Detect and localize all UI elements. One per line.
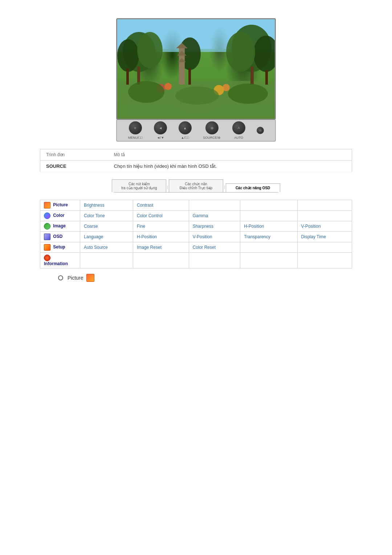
empty-cell-5 [297,211,352,221]
svg-rect-13 [188,68,191,85]
sharpness-item[interactable]: Sharpness [189,221,240,232]
source-description: Chọn tín hiệu hình (video) khi màn hình … [108,161,352,172]
power-button[interactable]: ⊙ [257,127,264,134]
color-tone-item[interactable]: Color Tone [80,211,133,221]
empty-cell-7 [297,242,352,253]
menu-button-group[interactable]: ≡ MENU/□□ [128,121,143,139]
coarse-item[interactable]: Coarse [80,221,133,232]
monitor-screen [116,18,276,120]
auto-label: AUTO [234,136,243,139]
svg-rect-6 [126,68,129,85]
vposition-image-item[interactable]: V-Position [297,221,352,232]
empty-cell-1 [189,200,240,211]
nav-label: ◄/▼ [157,136,164,139]
color-reset-item[interactable]: Color Reset [189,242,240,253]
tab-osd-functions[interactable]: Các chức năng OSD [226,183,280,192]
up-label: ▲/□□ [181,136,189,139]
menu-cell-information[interactable]: Information [40,253,80,268]
color-menu-label: Color [53,213,64,218]
svg-point-21 [222,84,230,91]
menu-cell-color[interactable]: Color [40,211,80,221]
up-button[interactable]: ▲ [179,121,192,134]
color-icon [44,212,50,219]
source-button-group[interactable]: ⊕ SOURCE/⊕ [203,121,221,139]
svg-point-3 [117,39,139,72]
image-menu-label: Image [53,223,66,228]
svg-point-23 [228,84,268,104]
nature-scene [117,19,275,119]
picture-bottom-label: Picture [58,274,370,282]
source-menu-item: SOURCE [40,161,108,172]
information-icon [44,255,50,261]
nav-button[interactable]: ◄ [154,121,167,134]
svg-point-9 [226,32,255,72]
source-label: SOURCE/⊕ [203,136,221,139]
svg-point-4 [137,32,163,68]
picture-menu-label: Picture [53,202,68,207]
hposition-image-item[interactable]: H-Position [240,221,297,232]
menu-label: MENU/□□ [128,136,143,139]
col2-header: Mô tả [108,149,352,161]
table-row: Information [40,253,352,268]
tab-direct-adjust: Các chức năn Điều chỉnh Trực tiếp [169,179,223,192]
screen-image [117,19,275,119]
svg-point-24 [175,86,219,105]
control-bar: ≡ MENU/□□ ◄ ◄/▼ ▲ ▲/□□ ⊕ SOURCE/⊕ A [116,120,276,142]
monitor-display: ≡ MENU/□□ ◄ ◄/▼ ▲ ▲/□□ ⊕ SOURCE/⊕ A [22,18,370,142]
image-reset-item[interactable]: Image Reset [133,242,189,253]
vposition-osd-item[interactable]: V-Position [189,232,240,242]
hposition-osd-item[interactable]: H-Position [133,232,189,242]
tab-navigation-diagram: Các nút kiểm tra của người sử dụng | Các… [22,179,370,193]
empty-cell-6 [240,242,297,253]
svg-point-22 [128,81,164,103]
power-button-group[interactable]: ⊙ [257,127,264,134]
table-row: Color Color Tone Color Control Gamma [40,211,352,221]
svg-point-19 [164,83,172,90]
image-icon [44,223,50,230]
auto-button[interactable]: A [232,121,245,134]
osd-icon [44,234,50,240]
empty-cell-9 [133,253,189,268]
gamma-item[interactable]: Gamma [189,211,240,221]
empty-cell-8 [80,253,133,268]
svg-rect-10 [250,66,254,85]
osd-menu-table: Picture Brightness Contrast Color Color … [40,200,352,268]
menu-button[interactable]: ≡ [129,121,142,134]
picture-icon-small [86,274,94,282]
menu-cell-setup[interactable]: Setup [40,242,80,253]
brightness-item[interactable]: Brightness [80,200,133,211]
menu-cell-picture[interactable]: Picture [40,200,80,211]
empty-cell-4 [240,211,297,221]
setup-icon [44,244,50,251]
empty-cell-2 [240,200,297,211]
empty-cell-10 [189,253,240,268]
auto-button-group[interactable]: A AUTO [232,121,245,139]
tab-bottom-border [114,192,278,193]
table-row: Picture Brightness Contrast [40,200,352,211]
empty-cell-12 [297,253,352,268]
transparency-item[interactable]: Transparency [240,232,297,242]
table-row: OSD Language H-Position V-Position Trans… [40,232,352,242]
osd-menu-container: Picture Brightness Contrast Color Color … [40,200,352,268]
color-control-item[interactable]: Color Control [133,211,189,221]
osd-menu-label: OSD [53,234,62,239]
table-row: Setup Auto Source Image Reset Color Rese… [40,242,352,253]
setup-menu-label: Setup [53,244,65,250]
up-button-group[interactable]: ▲ ▲/□□ [179,121,192,139]
picture-icon [44,202,50,208]
description-table: Trình đơn Mô tả SOURCE Chọn tín hiệu hìn… [40,149,352,172]
tab-user-controls: Các nút kiểm tra của người sử dụng [112,179,166,192]
source-button[interactable]: ⊕ [205,121,219,134]
empty-cell-11 [240,253,297,268]
menu-cell-image[interactable]: Image [40,221,80,232]
auto-source-item[interactable]: Auto Source [80,242,133,253]
picture-bottom-text: Picture [68,275,83,281]
display-time-item[interactable]: Display Time [297,232,352,242]
contrast-item[interactable]: Contrast [133,200,189,211]
table-row: Image Coarse Fine Sharpness H-Position V… [40,221,352,232]
empty-cell-3 [297,200,352,211]
fine-item[interactable]: Fine [133,221,189,232]
nav-button-group[interactable]: ◄ ◄/▼ [154,121,167,139]
menu-cell-osd[interactable]: OSD [40,232,80,242]
language-item[interactable]: Language [80,232,133,242]
